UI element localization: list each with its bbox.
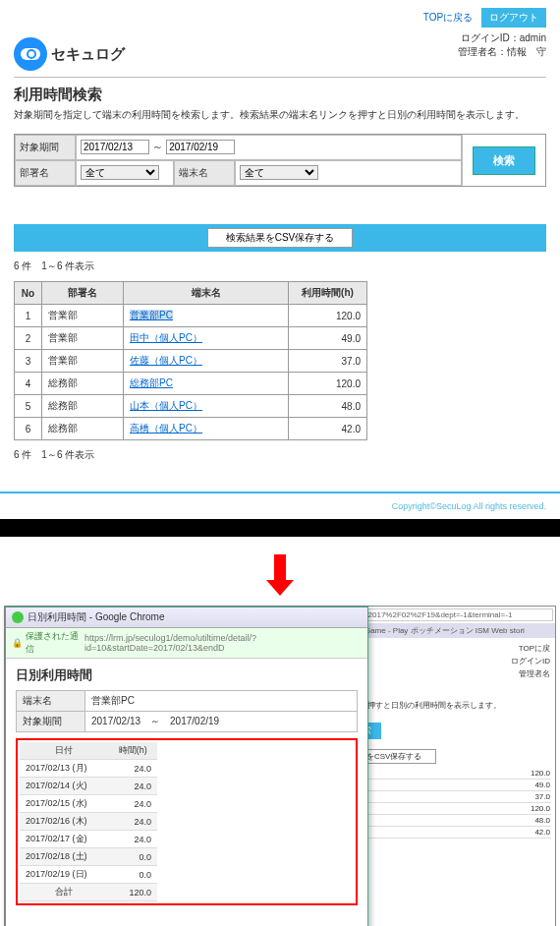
window-title: 日別利用時間 - Google Chrome bbox=[6, 608, 367, 628]
logout-button[interactable]: ログアウト bbox=[481, 8, 546, 28]
search-button[interactable]: 検索 bbox=[473, 146, 535, 175]
top-back-link[interactable]: TOPに戻る bbox=[423, 12, 473, 23]
popup-window: 日別利用時間 - Google Chrome 保護された通信 https://l… bbox=[5, 607, 368, 926]
table-row: 2017/02/13 (月)24.0 bbox=[20, 760, 157, 778]
table-row: 2017/02/16 (木)24.0 bbox=[20, 813, 157, 831]
result-count-top: 6 件 1～6 件表示 bbox=[14, 260, 546, 273]
daily-highlight: 日付時間(h) 2017/02/13 (月)24.02017/02/14 (火)… bbox=[16, 738, 358, 905]
back-tabs: CodinGame - Play ポッチメーション ISM Web stori bbox=[340, 623, 555, 638]
secure-bar: 保護された通信 https://lrm.jp/seculog1/demo/uti… bbox=[6, 628, 367, 659]
divider bbox=[14, 77, 546, 78]
dept-label: 部署名 bbox=[15, 160, 76, 186]
terminal-link[interactable]: 高橋（個人PC） bbox=[130, 423, 202, 434]
separator-bar bbox=[0, 519, 560, 537]
table-row: 2017/02/18 (土)0.0 bbox=[20, 848, 157, 866]
period-label: 対象期間 bbox=[15, 135, 76, 160]
table-row: 2017/02/15 (水)24.0 bbox=[20, 795, 157, 813]
table-row: 2017/02/19 (日)0.0 bbox=[20, 866, 157, 884]
arrow-icon bbox=[0, 537, 560, 602]
csv-save-button[interactable]: 検索結果をCSV保存する bbox=[207, 228, 354, 248]
result-table: No 部署名 端末名 利用時間(h) 1営業部営業部PC120.02営業部田中（… bbox=[14, 281, 367, 440]
result-count-bottom: 6 件 1～6 件表示 bbox=[14, 448, 546, 462]
popup-meta-table: 端末名営業部PC 対象期間2017/02/13 ～ 2017/02/19 bbox=[16, 690, 358, 732]
page-description: 対象期間を指定して端末の利用時間を検索します。検索結果の端末名リンクを押すと日別… bbox=[14, 108, 546, 122]
popup-title: 日別利用時間 bbox=[16, 666, 358, 684]
back-url: Date=2017%2F02%2F19&dept=-1&terminal=-1 bbox=[342, 608, 553, 621]
col-no: No bbox=[15, 282, 42, 305]
table-row: 2017/02/14 (火)24.0 bbox=[20, 778, 157, 795]
col-term: 端末名 bbox=[124, 282, 289, 305]
page-title: 利用時間検索 bbox=[14, 86, 546, 104]
col-dept: 部署名 bbox=[42, 282, 124, 305]
terminal-select[interactable]: 全て bbox=[240, 165, 318, 180]
table-row: 2017/02/17 (金)24.0 bbox=[20, 831, 157, 848]
table-row: 4総務部総務部PC120.0 bbox=[15, 373, 367, 395]
table-row: 3営業部佐藤（個人PC）37.0 bbox=[15, 350, 367, 373]
table-row: 2営業部田中（個人PC）49.0 bbox=[15, 327, 367, 350]
terminal-link[interactable]: 総務部PC bbox=[130, 377, 173, 388]
search-form: 対象期間 ～ 部署名 全て 端末名 全て 検索 bbox=[14, 134, 546, 187]
dept-select[interactable]: 全て bbox=[81, 165, 159, 180]
daily-table: 日付時間(h) 2017/02/13 (月)24.02017/02/14 (火)… bbox=[20, 742, 157, 901]
terminal-link[interactable]: 佐藤（個人PC） bbox=[130, 355, 202, 366]
terminal-link[interactable]: 田中（個人PC） bbox=[130, 332, 202, 343]
terminal-link[interactable]: 営業部PC bbox=[130, 310, 173, 320]
terminal-label: 端末名 bbox=[174, 160, 235, 186]
date-from-input[interactable] bbox=[81, 140, 149, 154]
csv-bar: 検索結果をCSV保存する bbox=[14, 224, 546, 252]
col-hours: 利用時間(h) bbox=[289, 282, 367, 305]
logo-icon bbox=[14, 37, 47, 71]
table-row: 6総務部高橋（個人PC）42.0 bbox=[15, 418, 367, 440]
logo-text: セキュログ bbox=[51, 45, 125, 64]
date-to-input[interactable] bbox=[166, 140, 235, 154]
table-row: 5総務部山本（個人PC）48.0 bbox=[15, 395, 367, 418]
footer: Copyright©SecuLog All rights reserved. bbox=[0, 492, 560, 519]
table-row: 1営業部営業部PC120.0 bbox=[15, 305, 367, 327]
terminal-link[interactable]: 山本（個人PC） bbox=[130, 400, 202, 411]
background-window: Date=2017%2F02%2F19&dept=-1&terminal=-1 … bbox=[339, 607, 555, 926]
